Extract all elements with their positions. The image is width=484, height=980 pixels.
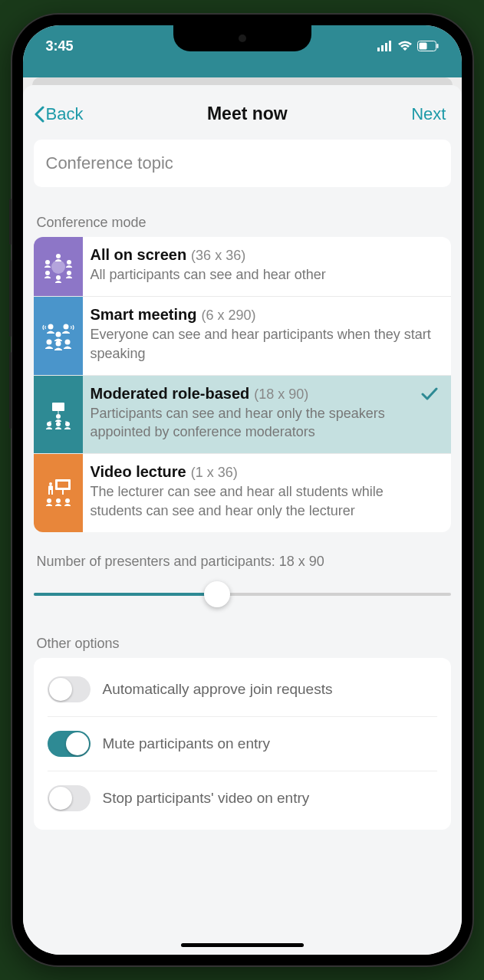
switch-mute-entry[interactable] <box>48 731 91 757</box>
svg-rect-0 <box>377 48 380 51</box>
mode-title: Smart meeting <box>91 306 197 324</box>
status-time: 3:45 <box>46 38 74 54</box>
back-button[interactable]: Back <box>34 104 84 124</box>
mode-dim: (6 x 290) <box>201 307 255 324</box>
video-lecture-icon <box>34 454 83 532</box>
svg-rect-3 <box>389 41 391 51</box>
conference-topic-input[interactable]: Conference topic <box>34 140 451 187</box>
svg-point-9 <box>67 260 71 265</box>
mode-title: All on screen <box>91 246 187 264</box>
option-auto-approve: Automatically approve join requests <box>48 663 437 717</box>
back-label: Back <box>46 104 84 124</box>
other-options-card: Automatically approve join requests Mute… <box>34 658 451 830</box>
all-on-screen-icon <box>34 237 83 296</box>
moderated-icon <box>34 376 83 454</box>
mode-desc: Everyone can see and hear participants w… <box>91 325 439 363</box>
battery-icon <box>417 41 439 51</box>
option-stop-video: Stop participants' video on entry <box>48 771 437 825</box>
svg-point-19 <box>64 340 70 345</box>
mode-desc: Participants can see and hear only the s… <box>91 404 439 442</box>
other-options-label: Other options <box>34 636 451 652</box>
option-label: Automatically approve join requests <box>103 681 333 698</box>
svg-rect-20 <box>52 403 64 411</box>
check-icon <box>420 386 439 402</box>
mode-moderated[interactable]: Moderated role-based (18 x 90) Participa… <box>34 376 451 455</box>
option-mute-entry: Mute participants on entry <box>48 717 437 771</box>
svg-rect-2 <box>385 43 387 51</box>
mode-all-on-screen[interactable]: All on screen (36 x 36) All participants… <box>34 237 451 297</box>
status-indicators <box>377 41 439 51</box>
svg-point-18 <box>55 341 61 347</box>
next-button[interactable]: Next <box>411 104 446 124</box>
mode-section-label: Conference mode <box>34 215 451 231</box>
svg-point-10 <box>67 271 71 275</box>
mode-desc: The lecturer can see and hear all studen… <box>91 482 439 520</box>
svg-point-21 <box>56 414 61 419</box>
mode-title: Video lecture <box>91 463 186 481</box>
svg-point-11 <box>56 275 61 280</box>
home-indicator[interactable] <box>181 943 304 947</box>
svg-point-28 <box>56 498 61 503</box>
nav-bar: Back Meet now Next <box>23 85 462 140</box>
svg-point-17 <box>46 340 51 345</box>
mode-dim: (1 x 36) <box>191 465 238 481</box>
mode-dim: (36 x 36) <box>191 248 245 264</box>
option-label: Mute participants on entry <box>103 735 271 752</box>
svg-point-13 <box>45 260 50 265</box>
mode-dim: (18 x 90) <box>254 386 308 403</box>
svg-point-14 <box>48 324 53 330</box>
svg-point-8 <box>56 254 61 258</box>
svg-rect-1 <box>381 45 384 51</box>
svg-point-29 <box>65 498 70 503</box>
option-label: Stop participants' video on entry <box>103 790 310 807</box>
smart-meeting-icon <box>34 297 83 375</box>
svg-point-7 <box>51 260 65 274</box>
mode-title: Moderated role-based <box>91 385 250 403</box>
signal-icon <box>377 41 393 51</box>
mode-list: All on screen (36 x 36) All participants… <box>34 237 451 532</box>
mode-smart-meeting[interactable]: Smart meeting (6 x 290) Everyone can see… <box>34 297 451 376</box>
svg-point-15 <box>63 324 68 330</box>
slider-thumb[interactable] <box>204 581 230 607</box>
switch-stop-video[interactable] <box>48 785 91 811</box>
switch-auto-approve[interactable] <box>48 676 91 702</box>
svg-point-27 <box>47 498 51 503</box>
svg-rect-5 <box>419 43 426 50</box>
svg-point-22 <box>47 422 51 426</box>
svg-point-24 <box>65 422 70 426</box>
svg-rect-6 <box>436 44 438 48</box>
svg-point-16 <box>55 332 61 337</box>
mode-desc: All participants can see and hear other <box>91 265 439 284</box>
svg-point-12 <box>45 271 50 275</box>
svg-point-23 <box>56 422 61 426</box>
slider-label: Number of presenters and participants: 1… <box>34 554 451 570</box>
wifi-icon <box>397 41 413 51</box>
svg-rect-30 <box>58 482 68 488</box>
participants-slider[interactable] <box>34 584 451 605</box>
page-title: Meet now <box>207 104 288 124</box>
mode-video-lecture[interactable]: Video lecture (1 x 36) The lecturer can … <box>34 454 451 532</box>
chevron-left-icon <box>34 106 44 123</box>
